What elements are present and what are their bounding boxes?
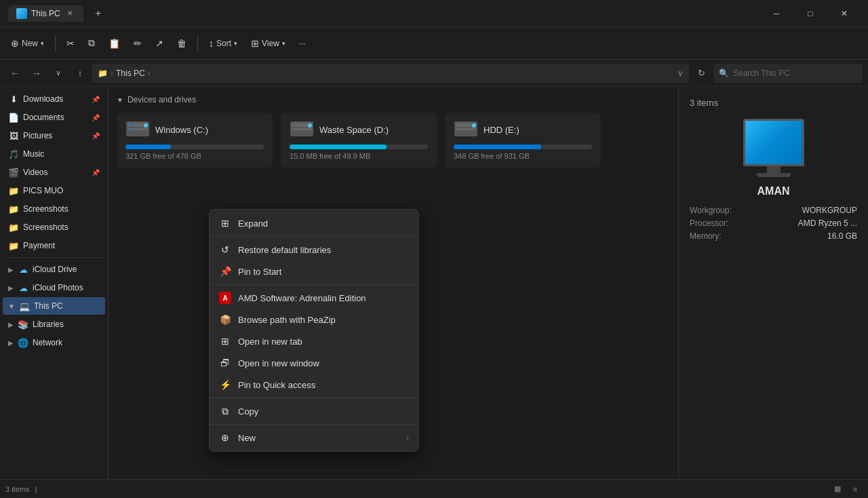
sidebar-item-this-pc[interactable]: ▼ 💻 This PC — [3, 297, 105, 315]
cm-item-peazip[interactable]: 📦 Browse path with PeaZip — [210, 309, 418, 330]
view-button[interactable]: ⊞ View ▾ — [245, 35, 291, 52]
copy-button[interactable]: ⧉ — [83, 34, 100, 52]
sidebar-item-icloud-drive[interactable]: ▶ ☁ iCloud Drive — [3, 261, 105, 278]
up-button[interactable]: ↑ — [71, 64, 90, 83]
drive-card-e[interactable]: HDD (E:) 348 GB free of 931 GB — [445, 113, 601, 168]
maximize-button[interactable]: □ — [795, 3, 826, 24]
search-bar[interactable]: 🔍 Search This PC — [713, 64, 863, 83]
drive-card-d[interactable]: Waste Space (D:) 15.0 MB free of 49.9 MB — [281, 113, 437, 168]
restore-icon: ↺ — [219, 244, 231, 256]
sidebar-item-network[interactable]: ▶ 🌐 Network — [3, 334, 105, 351]
address-dropdown-icon[interactable]: ∨ — [677, 69, 684, 78]
back-button[interactable]: ← — [5, 64, 24, 83]
address-bar[interactable]: 📁 › This PC › ∨ — [92, 64, 689, 83]
cm-item-open-window[interactable]: 🗗 Open in new window — [210, 352, 418, 374]
new-button[interactable]: ⊕ New ▾ — [5, 35, 50, 52]
pin-start-icon: 📌 — [219, 265, 231, 277]
monitor-neck — [767, 166, 781, 173]
sort-dropdown-icon: ▾ — [234, 40, 237, 47]
view-dropdown-icon: ▾ — [282, 40, 285, 47]
search-icon: 🔍 — [719, 69, 729, 78]
cm-item-open-tab[interactable]: ⊞ Open in new tab — [210, 330, 418, 352]
drive-icon-e — [454, 120, 478, 139]
rp-workgroup-row: Workgroup: WORKGROUP — [690, 206, 857, 215]
sidebar-item-screenshots-2[interactable]: 📁 Screenshots — [3, 218, 105, 236]
sidebar-item-pics-muo[interactable]: 📁 PICS MUO — [3, 182, 105, 199]
copy-cm-icon: ⧉ — [219, 405, 231, 417]
rp-workgroup-value: WORKGROUP — [802, 206, 857, 215]
tab-app-icon — [16, 8, 27, 19]
sidebar-item-icloud-photos[interactable]: ▶ ☁ iCloud Photos — [3, 279, 105, 296]
toolbar: ⊕ New ▾ ✂ ⧉ 📋 ✏ ↗ 🗑 ↕ Sort ▾ ⊞ View ▾ ··… — [0, 27, 868, 60]
status-list-view-btn[interactable]: ≡ — [848, 482, 863, 497]
status-grid-view-btn[interactable]: ▦ — [830, 482, 845, 497]
breadcrumb-thispc[interactable]: This PC — [116, 69, 145, 78]
tab-close-button[interactable]: ✕ — [64, 8, 75, 19]
cm-item-copy[interactable]: ⧉ Copy — [210, 400, 418, 422]
content-area: ▼ Devices and drives — [108, 87, 678, 479]
sidebar-item-documents[interactable]: 📄 Documents 📌 — [3, 109, 105, 126]
svg-rect-4 — [131, 123, 134, 126]
cm-sep-4 — [210, 424, 418, 425]
pin-icon-downloads: 📌 — [92, 96, 100, 103]
drive-name-e: HDD (E:) — [484, 125, 519, 135]
icloud-photos-icon: ☁ — [18, 282, 28, 293]
sidebar-item-pictures[interactable]: 🖼 Pictures 📌 — [3, 127, 105, 145]
dropdown-button[interactable]: ∨ — [49, 64, 68, 83]
sidebar-item-music[interactable]: 🎵 Music — [3, 145, 105, 163]
sort-label: Sort — [216, 39, 231, 48]
section-header-devices: ▼ Devices and drives — [117, 92, 670, 107]
svg-point-9 — [308, 123, 312, 128]
copy-icon: ⧉ — [88, 37, 95, 49]
status-view-controls: ▦ ≡ — [830, 482, 863, 497]
rp-workgroup-label: Workgroup: — [690, 206, 732, 215]
minimize-button[interactable]: ─ — [761, 3, 792, 24]
sidebar-item-screenshots-1[interactable]: 📁 Screenshots — [3, 200, 105, 218]
new-icon: ⊕ — [11, 38, 19, 49]
sidebar-item-libraries[interactable]: ▶ 📚 Libraries — [3, 315, 105, 333]
new-label: New — [22, 39, 38, 48]
title-bar-left: This PC ✕ + — [8, 4, 761, 23]
window-controls: ─ □ ✕ — [761, 3, 860, 24]
drive-card-c[interactable]: Windows (C:) 321 GB free of 476 GB — [117, 113, 273, 168]
pin-icon-documents: 📌 — [92, 114, 100, 121]
cm-item-pin-start[interactable]: 📌 Pin to Start — [210, 261, 418, 282]
more-button[interactable]: ··· — [294, 35, 311, 52]
drive-bar-bg-d — [290, 145, 428, 149]
folder-icon-payment: 📁 — [8, 240, 19, 251]
section-title: Devices and drives — [127, 95, 196, 104]
delete-button[interactable]: 🗑 — [172, 35, 192, 52]
cm-item-amd[interactable]: A AMD Software: Adrenalin Edition — [210, 287, 418, 309]
section-chevron[interactable]: ▼ — [117, 96, 123, 104]
sidebar-label-music: Music — [23, 149, 44, 159]
cm-item-restore[interactable]: ↺ Restore default libraries — [210, 239, 418, 261]
refresh-button[interactable]: ↻ — [692, 64, 711, 83]
cm-item-pin-quick[interactable]: ⚡ Pin to Quick access — [210, 374, 418, 396]
sidebar-item-videos[interactable]: 🎬 Videos 📌 — [3, 164, 105, 181]
sidebar-label-screenshots-2: Screenshots — [23, 223, 68, 232]
peazip-icon: 📦 — [219, 313, 231, 326]
cut-button[interactable]: ✂ — [61, 35, 80, 52]
new-tab-button[interactable]: + — [89, 4, 108, 23]
cm-item-new[interactable]: ⊕ New › — [210, 427, 418, 448]
pictures-icon: 🖼 — [8, 130, 19, 141]
drive-name-c: Windows (C:) — [155, 125, 208, 135]
sidebar-item-payment[interactable]: 📁 Payment — [3, 237, 105, 254]
sidebar-label-payment: Payment — [23, 241, 55, 250]
pin-icon-pictures: 📌 — [92, 132, 100, 140]
downloads-icon: ⬇ — [8, 94, 19, 104]
sort-button[interactable]: ↕ Sort ▾ — [203, 35, 243, 52]
window-tab[interactable]: This PC ✕ — [8, 5, 83, 22]
cm-item-expand[interactable]: ⊞ Expand — [210, 212, 418, 234]
forward-button[interactable]: → — [27, 64, 46, 83]
rp-memory-value: 16.0 GB — [827, 231, 857, 241]
sidebar-item-downloads[interactable]: ⬇ Downloads 📌 — [3, 90, 105, 108]
title-bar: This PC ✕ + ─ □ ✕ — [0, 0, 868, 27]
rename-button[interactable]: ✏ — [128, 35, 147, 52]
rp-memory-label: Memory: — [690, 231, 722, 241]
close-button[interactable]: ✕ — [829, 3, 860, 24]
svg-rect-8 — [292, 128, 312, 130]
paste-button[interactable]: 📋 — [103, 35, 125, 52]
address-folder-icon: 📁 — [98, 69, 108, 78]
share-button[interactable]: ↗ — [150, 35, 169, 52]
